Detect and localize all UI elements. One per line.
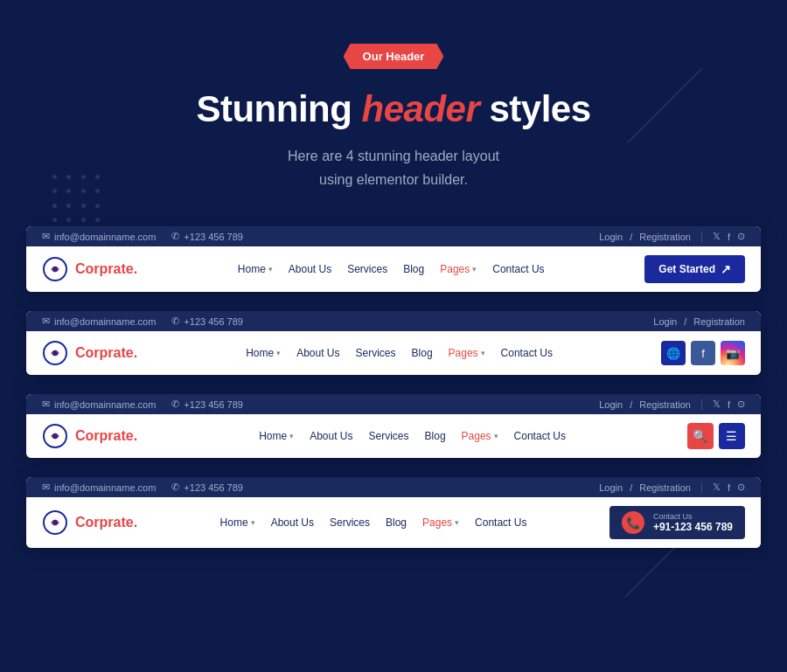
topbar-login-1[interactable]: Login <box>599 232 623 242</box>
ig-icon-topbar-3[interactable]: ⊙ <box>737 398 745 410</box>
topbar-email-4: info@domainname.com <box>42 481 156 493</box>
nav-item-pages-2[interactable]: Pages ▾ <box>449 347 485 359</box>
hero-subtitle-line2: using elementor builder. <box>319 172 468 187</box>
ig-icon-topbar-4[interactable]: ⊙ <box>737 481 745 493</box>
nav-item-about-1[interactable]: About Us <box>289 263 331 275</box>
globe-social-btn-2[interactable]: 🌐 <box>661 341 686 365</box>
nav-item-contact-4[interactable]: Contact Us <box>475 516 526 529</box>
nav-item-contact-3[interactable]: Contact Us <box>514 430 566 442</box>
nav-item-blog-2[interactable]: Blog <box>412 347 433 359</box>
phone-icon-3 <box>171 398 179 410</box>
section-badge: Our Header <box>344 44 444 69</box>
nav-item-home-1[interactable]: Home ▾ <box>238 263 273 275</box>
nav-item-home-3[interactable]: Home ▾ <box>259 430 294 442</box>
ig-social-btn-2[interactable]: 📷 <box>721 341 745 365</box>
topbar-slash-1: / <box>630 232 632 242</box>
fb-icon-topbar-4[interactable]: f <box>728 482 730 493</box>
topbar-divider-4 <box>701 482 702 493</box>
top-bar-right-2: Login / Registration <box>653 316 745 327</box>
topbar-phone-1: +123 456 789 <box>171 231 243 242</box>
topbar-phone-4: +123 456 789 <box>171 481 243 493</box>
top-bar-left-1: info@domainname.com +123 456 789 <box>42 231 243 242</box>
header-card-3: info@domainname.com +123 456 789 Login /… <box>26 394 761 458</box>
nav-item-contact-1[interactable]: Contact Us <box>492 263 544 275</box>
logo-dot-3: . <box>134 428 137 443</box>
nav-item-services-2[interactable]: Services <box>356 347 396 359</box>
logo-2[interactable]: Corprate. <box>42 340 137 366</box>
topbar-login-4[interactable]: Login <box>599 482 623 493</box>
nav-item-contact-2[interactable]: Contact Us <box>501 347 553 359</box>
fb-icon-topbar-3[interactable]: f <box>728 399 730 410</box>
header-card-2: info@domainname.com +123 456 789 Login /… <box>26 311 761 375</box>
hero-title: Stunning header styles <box>17 88 770 130</box>
logo-1[interactable]: Corprate. <box>42 256 137 282</box>
top-bar-left-3: info@domainname.com +123 456 789 <box>42 398 243 410</box>
nav-item-about-2[interactable]: About Us <box>296 347 339 359</box>
topbar-registration-3[interactable]: Registration <box>639 399 691 410</box>
fb-icon-topbar-1[interactable]: f <box>728 232 730 242</box>
topbar-phone-text-4: +123 456 789 <box>184 482 243 493</box>
nav-item-blog-3[interactable]: Blog <box>425 430 446 442</box>
nav-item-blog-4[interactable]: Blog <box>386 516 407 529</box>
logo-text-3: Corprate. <box>75 428 137 444</box>
top-bar-3: info@domainname.com +123 456 789 Login /… <box>26 394 761 414</box>
hero-section: Our Header Stunning header styles Here a… <box>0 0 787 218</box>
nav-item-pages-3[interactable]: Pages ▾ <box>462 430 498 442</box>
fb-social-btn-2[interactable]: f <box>691 341 715 365</box>
nav-item-pages-4[interactable]: Pages ▾ <box>422 516 459 529</box>
nav-item-about-4[interactable]: About Us <box>271 516 314 529</box>
topbar-login-3[interactable]: Login <box>599 399 623 410</box>
hamburger-button-3[interactable]: ☰ <box>719 423 745 449</box>
svg-point-7 <box>52 520 58 525</box>
nav-item-services-4[interactable]: Services <box>330 516 370 529</box>
search-menu-btns-3: 🔍 ☰ <box>687 423 745 449</box>
topbar-email-text-4: info@domainname.com <box>54 482 156 493</box>
chevron-pages-4: ▾ <box>455 518 459 527</box>
x-icon-topbar-1[interactable]: 𝕏 <box>713 231 721 242</box>
logo-dot-2: . <box>134 345 137 360</box>
topbar-slash-4: / <box>630 482 632 493</box>
nav-bar-3: Corprate. Home ▾ About Us Services Blog … <box>26 414 761 458</box>
hero-subtitle-line1: Here are 4 stunning header layout <box>288 149 499 163</box>
topbar-login-2[interactable]: Login <box>653 316 677 327</box>
topbar-email-2: info@domainname.com <box>42 315 156 327</box>
mail-icon-3 <box>42 398 50 410</box>
nav-item-services-1[interactable]: Services <box>347 263 387 275</box>
topbar-registration-2[interactable]: Registration <box>693 316 745 327</box>
logo-svg-2 <box>42 340 68 366</box>
ig-icon-topbar-1[interactable]: ⊙ <box>737 231 745 242</box>
nav-item-about-3[interactable]: About Us <box>310 430 352 442</box>
get-started-button-1[interactable]: Get Started ↗ <box>644 255 745 283</box>
topbar-registration-4[interactable]: Registration <box>639 482 691 493</box>
chevron-home-1: ▾ <box>268 265 273 274</box>
x-icon-topbar-4[interactable]: 𝕏 <box>713 481 721 493</box>
chevron-pages-1: ▾ <box>472 265 477 274</box>
contact-cta-text-4: Contact Us +91-123 456 789 <box>653 512 733 533</box>
logo-4[interactable]: Corprate. <box>42 509 137 536</box>
nav-item-home-4[interactable]: Home ▾ <box>220 516 255 529</box>
nav-item-blog-1[interactable]: Blog <box>403 263 424 275</box>
nav-item-home-2[interactable]: Home ▾ <box>246 347 281 359</box>
nav-menu-4: Home ▾ About Us Services Blog Pages ▾ Co… <box>220 516 527 529</box>
chevron-pages-2: ▾ <box>481 349 485 357</box>
nav-item-pages-1[interactable]: Pages ▾ <box>440 263 477 275</box>
contact-cta-phone-icon-4: 📞 <box>622 511 644 534</box>
nav-menu-2: Home ▾ About Us Services Blog Pages ▾ Co… <box>246 347 553 359</box>
topbar-email-1: info@domainname.com <box>42 231 156 242</box>
mail-icon-4 <box>42 481 50 493</box>
logo-3[interactable]: Corprate. <box>42 423 137 449</box>
x-icon-topbar-3[interactable]: 𝕏 <box>713 398 721 410</box>
phone-icon-1 <box>171 231 179 242</box>
topbar-email-text-1: info@domainname.com <box>54 232 156 242</box>
nav-item-services-3[interactable]: Services <box>369 430 409 442</box>
contact-cta-4[interactable]: 📞 Contact Us +91-123 456 789 <box>609 506 745 539</box>
svg-point-5 <box>52 433 58 439</box>
contact-cta-number-4: +91-123 456 789 <box>653 521 733 533</box>
topbar-phone-3: +123 456 789 <box>171 398 243 410</box>
search-button-3[interactable]: 🔍 <box>687 423 714 449</box>
header-card-4: info@domainname.com +123 456 789 Login /… <box>26 477 761 548</box>
hero-subtitle: Here are 4 stunning header layout using … <box>17 144 770 191</box>
topbar-registration-1[interactable]: Registration <box>639 232 691 242</box>
contact-cta-label-4: Contact Us <box>653 512 733 521</box>
social-icons-nav-2: 🌐 f 📷 <box>661 341 745 365</box>
